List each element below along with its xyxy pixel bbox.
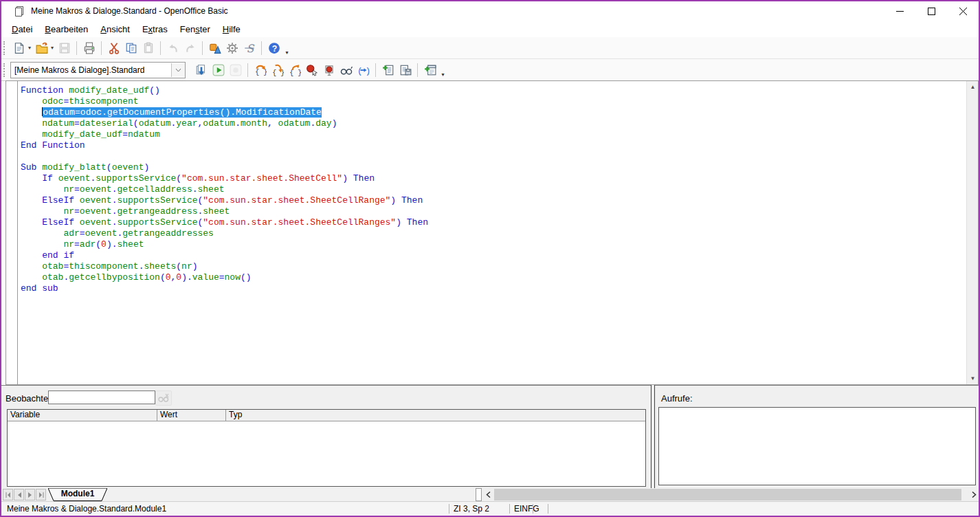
toolbar-separator	[76, 41, 77, 55]
status-divider	[509, 504, 510, 514]
breakpoint-gutter[interactable]	[6, 81, 18, 384]
toolbar-drag-handle[interactable]	[3, 63, 8, 77]
scroll-right-icon[interactable]	[969, 489, 979, 500]
paste-icon	[142, 42, 155, 54]
macro-toolbar: [Meine Makros & Dialoge].Standard { }{ }…	[1, 59, 979, 81]
help-button[interactable]: ?	[265, 39, 282, 56]
chevron-down-icon: ▾	[286, 50, 289, 56]
undo-button[interactable]	[164, 39, 181, 56]
cut-icon	[108, 42, 120, 54]
chevron-down-icon[interactable]	[171, 63, 185, 77]
menu-hilfe[interactable]: Hilfe	[216, 23, 247, 36]
call-stack-label: Aufrufe:	[661, 393, 693, 404]
code-line: odatum=odoc.getDocumentProperties().Modi…	[21, 107, 966, 118]
watch-label: Beobachter:	[5, 393, 54, 404]
print-button[interactable]	[80, 39, 98, 56]
open-folder-button[interactable]	[33, 39, 50, 56]
compile-icon	[195, 64, 208, 76]
watch-glasses-icon	[340, 64, 353, 76]
scroll-down-icon[interactable]: ▼	[967, 373, 979, 384]
close-icon	[959, 8, 967, 15]
new-document-icon	[13, 42, 25, 54]
code-line	[21, 151, 966, 162]
save-source-icon	[399, 64, 412, 76]
menu-fenster[interactable]: Fenster	[174, 23, 216, 36]
scroll-left-icon[interactable]	[483, 489, 493, 500]
cut-button[interactable]	[105, 39, 122, 56]
goto-arrow-button[interactable]: ()	[355, 61, 372, 78]
compile-button[interactable]	[192, 61, 210, 78]
code-line: odoc=thiscomponent	[21, 96, 966, 107]
stop-button[interactable]	[227, 61, 244, 78]
save-button[interactable]	[56, 39, 73, 56]
menu-datei[interactable]: Datei	[5, 23, 38, 36]
goto-arrow-icon: ()	[357, 64, 370, 76]
title-bar[interactable]: Meine Makros & Dialoge.Standard - OpenOf…	[1, 1, 979, 21]
code-line: nr=oevent.getcelladdress.sheet	[21, 184, 966, 195]
step-into-button[interactable]: { }	[269, 61, 286, 78]
step-over-button[interactable]: { }	[252, 61, 269, 78]
run-button[interactable]	[210, 61, 227, 78]
code-text-area[interactable]: Function modify_date_udf() odoc=thiscomp…	[18, 81, 966, 388]
new-document-button[interactable]	[10, 39, 27, 56]
save-source-button[interactable]	[397, 61, 414, 78]
toolbar-overflow-button[interactable]: ▾	[438, 60, 447, 79]
library-select[interactable]: [Meine Makros & Dialoge].Standard	[10, 62, 186, 78]
tab-module1[interactable]: Module1	[48, 488, 107, 501]
toolbar-separator	[417, 63, 418, 77]
script-button[interactable]: S	[241, 39, 258, 56]
code-line: End Function	[21, 140, 966, 151]
dropdown-arrow-icon[interactable]: ▾	[28, 45, 31, 51]
remove-watch-button[interactable]	[155, 390, 172, 406]
maximize-icon	[928, 8, 935, 15]
manage-breakpoints-button[interactable]	[320, 61, 337, 78]
toolbar-overflow-button[interactable]: ▾	[282, 38, 291, 57]
scrollbar-splitter[interactable]	[476, 488, 482, 501]
editor-vertical-scrollbar[interactable]: ▲ ▼	[966, 81, 978, 384]
shapes-button[interactable]	[206, 39, 223, 56]
next-tab-button[interactable]	[25, 489, 35, 500]
call-stack-list[interactable]	[658, 407, 976, 485]
maximize-button[interactable]	[915, 1, 947, 21]
menu-extras[interactable]: Extras	[136, 23, 174, 36]
step-out-button[interactable]: { }	[286, 61, 303, 78]
run-icon	[212, 64, 225, 76]
code-line: end sub	[21, 283, 966, 294]
menu-ansicht[interactable]: Ansicht	[94, 23, 136, 36]
openoffice-basic-window: Meine Makros & Dialoge.Standard - OpenOf…	[0, 0, 980, 517]
tab-module1-label: Module1	[48, 489, 107, 498]
undo-icon	[167, 42, 179, 54]
copy-button[interactable]	[122, 39, 140, 56]
first-tab-button[interactable]	[3, 489, 13, 500]
toolbar-separator	[375, 63, 376, 77]
watch-input[interactable]	[48, 390, 155, 404]
insert-source-button[interactable]	[379, 61, 397, 78]
call-stack-panel: Aufrufe:	[655, 385, 979, 488]
horizontal-scrollbar-thumb[interactable]	[494, 489, 961, 500]
breakpoint-icon	[306, 64, 318, 76]
horizontal-scrollbar[interactable]	[482, 488, 980, 501]
menu-bearbeiten[interactable]: Bearbeiten	[38, 23, 94, 36]
status-divider	[449, 504, 449, 514]
module-tab-bar: Module1	[1, 488, 979, 501]
previous-tab-button[interactable]	[14, 489, 24, 500]
code-editor[interactable]: Function modify_date_udf() odoc=thiscomp…	[5, 80, 979, 385]
dropdown-arrow-icon[interactable]: ▾	[51, 45, 54, 51]
manage-modules-button[interactable]	[421, 61, 438, 78]
gear-button[interactable]	[223, 39, 241, 56]
print-icon	[83, 42, 96, 54]
menu-bar: DateiBearbeitenAnsichtExtrasFensterHilfe	[1, 21, 979, 37]
breakpoint-button[interactable]	[303, 61, 320, 78]
redo-button[interactable]	[181, 39, 199, 56]
close-button[interactable]	[947, 1, 979, 21]
toolbar-drag-handle[interactable]	[3, 41, 8, 55]
scroll-up-icon[interactable]: ▲	[967, 81, 979, 93]
watch-column-typ: Typ	[226, 410, 645, 421]
watch-glasses-button[interactable]	[337, 61, 355, 78]
library-select-value: [Meine Makros & Dialoge].Standard	[11, 65, 171, 75]
watch-column-variable: Variable	[8, 410, 157, 421]
last-tab-button[interactable]	[36, 489, 46, 500]
open-folder-icon	[36, 42, 48, 54]
minimize-button[interactable]	[884, 1, 915, 21]
paste-button[interactable]	[140, 39, 157, 56]
